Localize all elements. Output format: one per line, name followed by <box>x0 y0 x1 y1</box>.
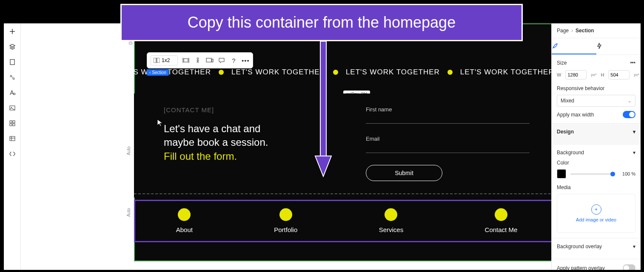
opacity-value: 100 % <box>619 171 635 176</box>
color-swatch[interactable] <box>557 169 566 178</box>
nav-container[interactable]: About Portfolio Services Contact Me <box>134 200 551 242</box>
marquee-text: LET'S WORK TOGETHER <box>231 68 325 76</box>
burst-icon <box>385 209 396 220</box>
inspector-tabs <box>552 38 641 55</box>
breadcrumb-root[interactable]: Page <box>557 28 569 34</box>
email-label: Email <box>366 136 530 142</box>
animation-icon[interactable] <box>194 57 202 64</box>
add-media-button[interactable]: + Add image or video <box>557 194 635 233</box>
nav-item-about[interactable]: About <box>176 209 193 233</box>
left-tool-rail <box>4 23 21 270</box>
svg-rect-16 <box>212 59 213 62</box>
height-input[interactable] <box>608 70 630 79</box>
plus-icon: + <box>591 204 601 215</box>
svg-rect-12 <box>157 58 160 63</box>
width-input[interactable] <box>565 70 587 79</box>
arrow-icon <box>314 41 332 177</box>
h-label: H <box>601 72 604 77</box>
instruction-callout: Copy this container from the homepage <box>120 4 523 41</box>
chevron-down-icon[interactable]: ▾ <box>633 150 635 156</box>
contact-tag: [CONTACT ME] <box>164 106 328 113</box>
burst-icon <box>179 209 190 220</box>
svg-rect-10 <box>10 136 15 141</box>
svg-rect-6 <box>10 121 12 123</box>
bg-overlay-section[interactable]: Background overlay▾ <box>552 238 641 259</box>
background-section: Background▾ Color 100 % Media + Add imag… <box>552 144 641 238</box>
code-icon[interactable] <box>9 150 16 158</box>
text-icon[interactable] <box>9 89 16 96</box>
panel-collapse-button[interactable]: › <box>551 27 552 35</box>
layout-value: 1x2 <box>162 57 170 63</box>
page-icon[interactable] <box>9 58 16 66</box>
pattern-overlay-label: Apply pattern overlay <box>557 265 605 270</box>
table-icon[interactable] <box>9 135 16 142</box>
cursor-icon <box>157 119 163 127</box>
svg-rect-8 <box>10 124 12 126</box>
nav-item-portfolio[interactable]: Portfolio <box>274 209 297 233</box>
submit-button[interactable]: Submit <box>366 165 442 181</box>
nav-item-services[interactable]: Services <box>379 209 404 233</box>
max-width-label: Apply max width <box>557 112 594 118</box>
grid-icon[interactable] <box>9 119 16 127</box>
w-label: W <box>557 72 561 77</box>
auto-label-1: Auto <box>126 146 131 155</box>
background-label: Background <box>557 150 584 156</box>
media-label: Media <box>557 184 635 190</box>
nav-item-contact[interactable]: Contact Me <box>485 209 518 233</box>
tab-interactions[interactable] <box>596 38 641 54</box>
email-field[interactable]: Email <box>366 136 530 153</box>
layers-icon[interactable] <box>9 43 16 51</box>
svg-point-3 <box>14 93 15 95</box>
contact-form: First name Email Submit <box>366 106 530 185</box>
color-label: Color <box>557 160 635 166</box>
device-icon[interactable] <box>206 57 214 64</box>
burst-icon <box>280 209 291 220</box>
first-name-field[interactable]: First name <box>366 106 530 124</box>
contact-left: [CONTACT ME] Let's have a chat and maybe… <box>164 106 328 185</box>
svg-rect-11 <box>154 58 156 63</box>
svg-rect-13 <box>184 59 188 62</box>
auto-label-2: Auto <box>126 208 131 217</box>
svg-rect-17 <box>320 41 326 156</box>
opacity-slider[interactable] <box>570 173 615 175</box>
burst-icon <box>496 209 507 220</box>
responsive-select[interactable]: Mixed⌄ <box>557 95 635 107</box>
marquee-text: LET'S WORK TOGETHER <box>460 68 551 76</box>
first-name-label: First name <box>366 106 530 113</box>
marquee-dot-icon <box>219 70 224 75</box>
tab-design[interactable] <box>552 38 596 54</box>
svg-rect-7 <box>13 121 15 123</box>
svg-point-14 <box>197 58 199 60</box>
marquee-dot-icon <box>333 70 338 75</box>
add-icon[interactable] <box>9 28 16 35</box>
breadcrumb-current: Section <box>576 28 594 34</box>
marquee-dot-icon <box>447 70 453 75</box>
more-icon[interactable]: ••• <box>630 60 635 66</box>
inspector-panel: › Page › Section Size••• W px* H px* Res… <box>551 23 641 270</box>
chevron-down-icon: ▾ <box>633 129 635 135</box>
help-icon[interactable]: ? <box>230 57 237 64</box>
contact-section: [CONTACT ME] Let's have a chat and maybe… <box>134 94 551 198</box>
marquee-text: LET'S WORK TOGETHER <box>134 68 211 76</box>
more-icon[interactable]: ••• <box>242 57 249 64</box>
pattern-overlay-toggle[interactable] <box>623 264 635 270</box>
svg-rect-0 <box>10 60 14 65</box>
stretch-icon[interactable] <box>182 57 190 64</box>
svg-point-1 <box>10 75 12 77</box>
layout-select[interactable]: 1x2 <box>151 55 178 65</box>
size-label: Size <box>557 60 567 66</box>
image-icon[interactable] <box>9 104 16 112</box>
section-badge[interactable]: ‹Section <box>147 69 169 76</box>
responsive-label: Responsive behavior <box>557 85 635 91</box>
chevron-down-icon: ▾ <box>633 244 635 249</box>
callout-text: Copy this container from the homepage <box>188 14 456 31</box>
marquee-text: LET'S WORK TOGETHER <box>346 68 440 76</box>
dashed-divider <box>134 193 551 194</box>
chevron-down-icon: ⌄ <box>627 98 632 104</box>
connect-icon[interactable] <box>9 74 16 81</box>
pattern-overlay-section: Apply pattern overlay <box>552 259 641 270</box>
comment-icon[interactable] <box>218 57 225 64</box>
max-width-toggle[interactable] <box>623 111 635 118</box>
design-section-header[interactable]: Design▾ <box>552 124 641 144</box>
contact-headline: Let's have a chat and maybe book a sessi… <box>164 122 328 163</box>
